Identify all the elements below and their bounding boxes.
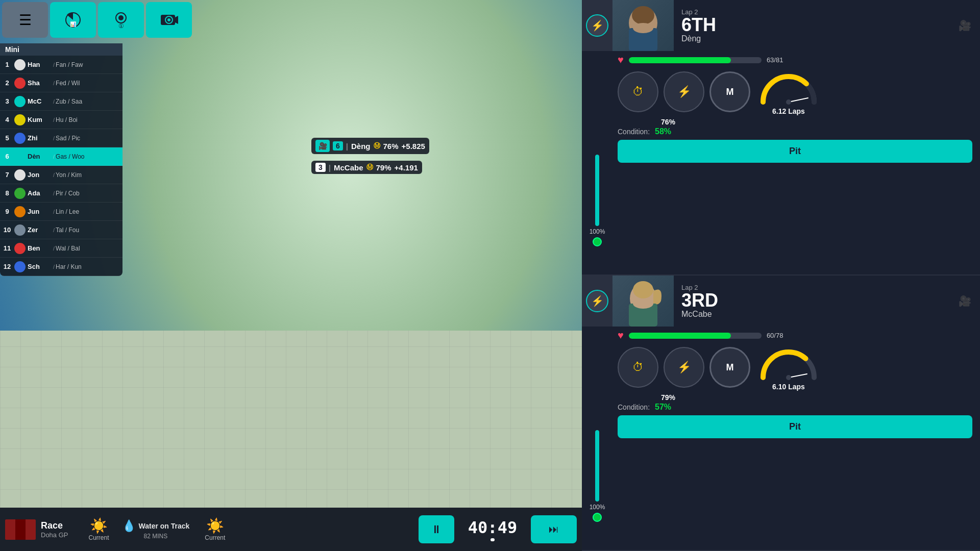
leaderboard-row-1[interactable]: 1 Han / Fan / Faw [0, 56, 122, 74]
lb-name-3: McC [28, 97, 52, 105]
hp-bar-fill-2 [629, 333, 731, 339]
pit-button-2[interactable]: Pit [618, 415, 972, 438]
lb-drivers-2: Fed / Wil [56, 80, 80, 87]
condition-value-2: 57% [655, 403, 671, 412]
lightning-icon-2: ⚡ [586, 290, 608, 312]
lap-label-1: Lap 2 [681, 8, 942, 16]
menu-button[interactable]: ☰ [2, 2, 48, 38]
water-text: Water on Track [139, 522, 190, 530]
top-bar: ☰ 📊 ① [0, 0, 194, 40]
lb-sep-11: / [53, 245, 55, 252]
svg-point-14 [786, 99, 791, 105]
lb-sep-5: / [53, 135, 55, 141]
pause-button[interactable]: ⏸ [419, 515, 454, 543]
m-meter-1: M [709, 71, 750, 112]
lb-pos-7: 7 [0, 171, 14, 179]
lb-circle-7 [14, 169, 26, 181]
lb-sep-1: / [53, 62, 55, 68]
lb-name-6: Dèn [28, 153, 52, 160]
meter-labels-2: 79% [582, 393, 980, 402]
camera-area-2[interactable]: 🎥 [949, 276, 980, 327]
car-number-mccabe: 3 [315, 163, 326, 172]
driver-card-1: 100% ⚡ Lap 2 6T [582, 0, 980, 276]
lb-pos-3: 3 [0, 97, 14, 105]
current-section: ☀️ Current [205, 517, 225, 541]
lb-pos-2: 2 [0, 79, 14, 87]
lb-name-11: Ben [28, 244, 52, 252]
leaderboard-row-5[interactable]: 5 Zhi / Sad / Pic [0, 129, 122, 147]
lb-drivers-9: Lin / Lee [56, 208, 79, 215]
lb-sep-9: / [53, 209, 55, 215]
lb-pos-6: 6 [0, 153, 14, 160]
lightning-area-2: ⚡ [582, 276, 612, 327]
slider-pct-2: 100% [590, 504, 605, 511]
hp-text-2: 60/78 [767, 332, 787, 339]
svg-line-19 [789, 374, 807, 378]
svg-point-18 [633, 298, 653, 309]
leaderboard-row-2[interactable]: 2 Sha / Fed / Wil [0, 74, 122, 92]
mccabe-car-label[interactable]: 3 | McCabe Ⓜ 79% +4.191 [311, 161, 422, 174]
leaderboard-row-8[interactable]: 8 Ada / Pir / Cob [0, 184, 122, 203]
slider-track-2 [595, 430, 599, 502]
speedometer-icon-1: ⏱ [632, 85, 644, 98]
leaderboard-row-11[interactable]: 11 Ben / Wal / Bal [0, 239, 122, 258]
lb-sep-10: / [53, 227, 55, 233]
lb-pos-1: 1 [0, 61, 14, 68]
hp-bar-row-2: ♥ 60/78 [582, 327, 980, 344]
condition-value-1: 58% [655, 127, 671, 136]
right-panel: 100% ⚡ Lap 2 6T [582, 0, 980, 551]
motor-icon-deng: Ⓜ [374, 141, 380, 151]
avatar-deng [618, 0, 669, 51]
energy-gauge-2: ⚡ [664, 347, 704, 388]
leaderboard-row-7[interactable]: 7 Jon / Yon / Kim [0, 166, 122, 184]
lb-circle-5 [14, 133, 26, 144]
strategy-button[interactable]: ① [98, 2, 144, 38]
separator: | [346, 142, 348, 151]
lb-sep-4: / [53, 117, 55, 123]
stats-button[interactable]: 📊 [50, 2, 96, 38]
speed-pct-2: 79% [661, 393, 675, 402]
lightning-area-1: ⚡ [582, 0, 612, 51]
avatar-mccabe [618, 276, 669, 327]
svg-marker-8 [175, 16, 178, 24]
leaderboard-row-3[interactable]: 3 McC / Zub / Saa [0, 92, 122, 111]
svg-point-7 [167, 18, 170, 21]
vertical-slider-1[interactable]: 100% [582, 51, 612, 249]
lb-drivers-10: Tal / Fou [56, 227, 79, 234]
lb-circle-3 [14, 96, 26, 107]
pit-button-1[interactable]: Pit [618, 140, 972, 163]
fast-forward-button[interactable]: ⏭ [531, 515, 577, 543]
gauge-laps-2: 6.10 Laps [755, 383, 822, 391]
car-name-deng: Dèng [351, 142, 371, 151]
speed-gauge-2: ⏱ [618, 347, 658, 388]
deng-car-label[interactable]: 🎥 6 | Dèng Ⓜ 76% +5.825 [311, 138, 429, 154]
vertical-slider-2[interactable]: 100% [582, 327, 612, 524]
lb-pos-4: 4 [0, 116, 14, 123]
timer-progress [491, 538, 495, 541]
driver-card-2: 100% ⚡ [582, 276, 980, 551]
camera-icon: 🎥 [315, 140, 330, 152]
slider-dot-2 [593, 513, 602, 522]
leaderboard-row-12[interactable]: 12 Sch / Har / Kun [0, 258, 122, 276]
leaderboard-row-4[interactable]: 4 Kum / Hu / Boi [0, 111, 122, 129]
current-label: Current [88, 534, 109, 541]
meter-labels-1: 76% [582, 118, 980, 126]
lb-name-1: Han [28, 61, 52, 68]
speed-pct-1: 76% [661, 118, 675, 126]
lb-sep-7: / [53, 172, 55, 178]
water-icon: 💧 [122, 519, 136, 533]
semi-gauge-svg-2 [758, 347, 819, 383]
leaderboard-row-10[interactable]: 10 Zer / Tal / Fou [0, 221, 122, 239]
leaderboard-row-6[interactable]: 6 Dèn / Gas / Woo [0, 147, 122, 166]
lb-drivers-1: Fan / Faw [56, 61, 83, 68]
water-section: 💧 Water on Track 82 MINS [122, 519, 190, 540]
lb-name-8: Ada [28, 189, 52, 197]
energy-icon-1: ⚡ [677, 85, 691, 98]
lb-name-10: Zer [28, 226, 52, 234]
camera-area-1[interactable]: 🎥 [949, 0, 980, 51]
lb-pos-8: 8 [0, 189, 14, 197]
leaderboard-row-9[interactable]: 9 Jun / Lin / Lee [0, 203, 122, 221]
lb-drivers-12: Har / Kun [56, 263, 82, 270]
camera-button[interactable] [146, 2, 192, 38]
svg-point-16 [633, 281, 653, 298]
